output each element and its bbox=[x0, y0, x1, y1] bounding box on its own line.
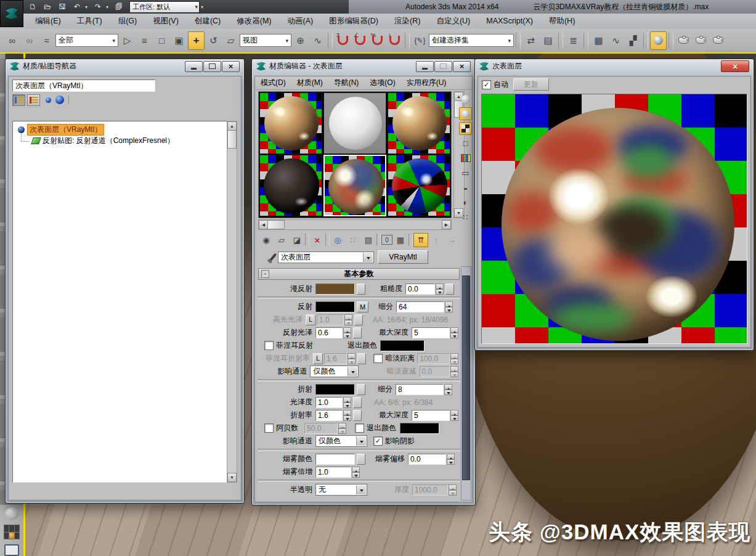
affect-shadows-checkbox[interactable]: ✓ bbox=[373, 436, 383, 446]
roughness-field[interactable]: 0.0 bbox=[405, 284, 435, 295]
menu-navigation[interactable]: 导航(N) bbox=[328, 78, 365, 88]
slots-horizontal-scrollbar[interactable]: ◀ ▶ bbox=[258, 219, 452, 230]
exit-color-swatch[interactable] bbox=[380, 340, 425, 351]
ior-field[interactable]: 1.6 bbox=[315, 410, 343, 421]
sample-slots-grid-icon[interactable] bbox=[4, 525, 20, 539]
schematic-view-icon[interactable]: ▞ bbox=[625, 31, 641, 50]
bind-to-space-warp-icon[interactable]: ≈ bbox=[38, 31, 55, 50]
angle-snap-icon[interactable]: ∠ bbox=[352, 31, 368, 50]
subdivs-field[interactable]: 64 bbox=[396, 301, 444, 313]
select-by-material-icon[interactable]: ◐ bbox=[459, 196, 472, 209]
make-preview-icon[interactable]: ▭ bbox=[459, 166, 472, 179]
tree-row-root[interactable]: 次表面层（VRayMtl） bbox=[13, 124, 227, 135]
render-production-icon[interactable] bbox=[710, 31, 726, 50]
snap-toggle-3d-icon[interactable]: 3 bbox=[335, 31, 351, 50]
rendered-frame-window-icon[interactable] bbox=[693, 31, 709, 50]
new-file-icon[interactable]: 🗋 bbox=[26, 1, 39, 12]
minimize-button[interactable] bbox=[185, 61, 203, 72]
refract-subdivs-spinner[interactable] bbox=[444, 384, 452, 395]
window-crossing-icon[interactable]: ▣ bbox=[171, 31, 187, 50]
menu-options[interactable]: 选项(O) bbox=[364, 78, 400, 88]
curve-editor-icon[interactable]: ∿ bbox=[608, 31, 624, 50]
background-icon[interactable] bbox=[459, 122, 472, 135]
refract-exit-color-checkbox[interactable] bbox=[355, 423, 364, 433]
fog-bias-spinner[interactable] bbox=[447, 454, 455, 465]
fog-color-map-button[interactable] bbox=[357, 454, 365, 465]
selection-filter-dropdown[interactable]: 全部 bbox=[55, 34, 118, 47]
use-pivot-point-center-icon[interactable]: ⊕ bbox=[292, 31, 309, 50]
sample-slot-2[interactable] bbox=[323, 92, 386, 154]
ior-spinner[interactable] bbox=[343, 410, 351, 421]
workspace-dropdown[interactable]: 工作区: 默认 bbox=[129, 1, 200, 13]
reflect-map-m-button[interactable]: M bbox=[357, 301, 368, 313]
menu-maxscript[interactable]: MAXScript(X) bbox=[478, 14, 541, 28]
menu-edit[interactable]: 编辑(E) bbox=[27, 14, 69, 28]
layer-manager-icon[interactable]: ≣ bbox=[565, 31, 582, 50]
refract-map-button[interactable] bbox=[357, 384, 365, 395]
menu-modes[interactable]: 模式(D) bbox=[255, 78, 291, 88]
material-editor-icon[interactable] bbox=[650, 31, 667, 50]
show-map-in-viewport-icon[interactable]: ▦ bbox=[393, 233, 408, 247]
roughness-spinner[interactable] bbox=[436, 284, 444, 295]
material-type-button[interactable]: VRayMtl bbox=[378, 250, 428, 264]
reset-map-mtl-icon[interactable]: × bbox=[310, 233, 325, 247]
refract-max-depth-spinner[interactable] bbox=[450, 410, 458, 421]
rectangular-selection-region-icon[interactable]: □ bbox=[153, 31, 170, 50]
fog-color-swatch[interactable] bbox=[315, 454, 355, 465]
dim-distance-checkbox[interactable] bbox=[373, 354, 383, 363]
refract-affect-channels-dropdown[interactable]: 仅颜色 bbox=[315, 435, 367, 447]
view-large-icons-icon[interactable] bbox=[55, 96, 64, 104]
navigator-path-field[interactable]: 次表面层（VRayMtl） bbox=[12, 80, 155, 92]
fresnel-ior-map-button[interactable] bbox=[357, 353, 366, 364]
fog-mult-spinner[interactable] bbox=[352, 467, 360, 478]
refract-color-swatch[interactable] bbox=[315, 384, 355, 395]
show-end-result-icon[interactable]: ⇈ bbox=[413, 233, 428, 247]
material-id-channel-icon[interactable]: 0 bbox=[381, 235, 392, 245]
refl-gloss-field[interactable]: 0.6 bbox=[315, 327, 343, 338]
menu-create[interactable]: 创建(C) bbox=[187, 14, 229, 28]
get-material-icon[interactable]: ◉ bbox=[259, 233, 274, 247]
menu-tools[interactable]: 工具(T) bbox=[69, 14, 110, 28]
sample-slot-1[interactable] bbox=[259, 92, 322, 154]
menu-help[interactable]: 帮助(H) bbox=[541, 14, 583, 28]
abbe-checkbox[interactable] bbox=[264, 423, 274, 433]
parameters-scrollbar[interactable] bbox=[461, 266, 471, 501]
tree-vertical-scrollbar[interactable]: ▲ ▼ bbox=[227, 121, 237, 483]
select-and-rotate-icon[interactable]: ↺ bbox=[205, 31, 222, 50]
view-small-icons-icon[interactable] bbox=[46, 97, 51, 103]
pick-material-eyedropper-icon[interactable] bbox=[269, 253, 277, 261]
menu-rendering[interactable]: 渲染(R) bbox=[386, 14, 428, 28]
video-color-check-icon[interactable] bbox=[459, 152, 472, 165]
material-name-dropdown[interactable]: 次表面层 bbox=[278, 251, 374, 263]
sample-slot-5-active[interactable] bbox=[323, 155, 386, 216]
material-map-navigator-icon[interactable]: ∷ bbox=[459, 211, 472, 224]
glossiness-spinner[interactable] bbox=[343, 397, 351, 408]
max-logo-button[interactable] bbox=[0, 0, 23, 27]
percent-snap-icon[interactable]: % bbox=[369, 31, 386, 50]
sample-slot-3[interactable] bbox=[388, 92, 450, 154]
menu-modifiers[interactable]: 修改器(M) bbox=[229, 14, 279, 28]
refl-gloss-map-button[interactable] bbox=[353, 327, 362, 338]
scroll-thumb[interactable] bbox=[227, 130, 237, 149]
auto-update-checkbox[interactable]: ✓ bbox=[482, 80, 491, 89]
sample-slot-4[interactable] bbox=[259, 155, 322, 216]
basic-parameters-rollout[interactable]: - 基本参数 bbox=[258, 268, 460, 280]
reference-coordinate-dropdown[interactable]: 视图 bbox=[240, 34, 291, 47]
preview-title-bar[interactable]: 次表面层 bbox=[475, 59, 754, 73]
view-list-plus-maps-icon[interactable] bbox=[27, 94, 40, 106]
glossiness-field[interactable]: 1.0 bbox=[315, 397, 343, 408]
refl-gloss-spinner[interactable] bbox=[343, 327, 351, 338]
menu-animation[interactable]: 动画(A) bbox=[279, 14, 321, 28]
named-selection-sets-dropdown[interactable]: 创建选择集 bbox=[429, 34, 514, 47]
close-button[interactable] bbox=[453, 61, 471, 72]
menu-material[interactable]: 材质(M) bbox=[291, 78, 328, 88]
fog-mult-field[interactable]: 1.0 bbox=[315, 467, 351, 478]
refract-exit-color-swatch[interactable] bbox=[400, 423, 439, 434]
fresnel-ior-lock-button[interactable]: L bbox=[313, 353, 323, 364]
options-monitor-icon[interactable] bbox=[4, 544, 19, 556]
refract-max-depth-field[interactable]: 5 bbox=[412, 410, 450, 421]
sample-type-icon[interactable] bbox=[459, 92, 472, 105]
select-and-link-icon[interactable]: ∞ bbox=[4, 31, 20, 50]
make-material-copy-icon[interactable]: ◎ bbox=[330, 233, 345, 247]
save-file-icon[interactable]: 🖫 bbox=[55, 1, 69, 12]
